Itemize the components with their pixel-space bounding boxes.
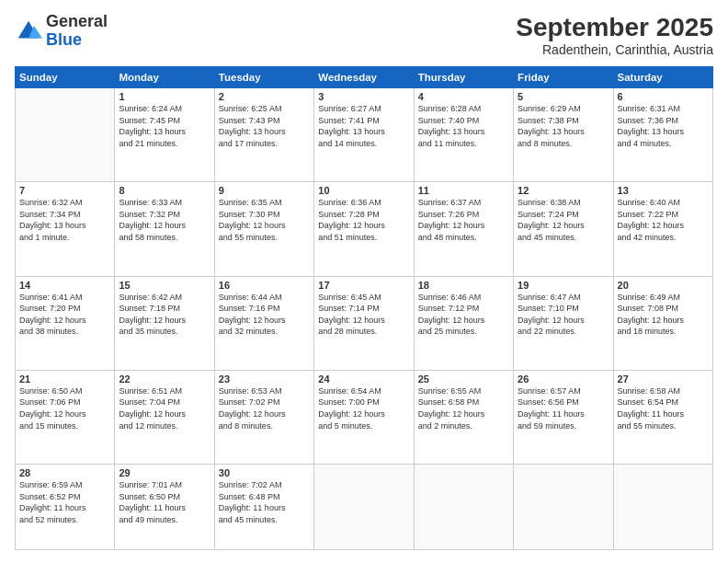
- day-info: Sunrise: 6:47 AM Sunset: 7:10 PM Dayligh…: [518, 292, 609, 338]
- day-info: Sunrise: 6:32 AM Sunset: 7:34 PM Dayligh…: [19, 197, 110, 243]
- day-number: 11: [418, 185, 509, 196]
- day-number: 12: [518, 185, 609, 196]
- calendar-cell: 4Sunrise: 6:28 AM Sunset: 7:40 PM Daylig…: [414, 88, 513, 182]
- calendar-cell: 27Sunrise: 6:58 AM Sunset: 6:54 PM Dayli…: [613, 370, 712, 464]
- calendar-cell: [16, 88, 115, 182]
- calendar-cell: 24Sunrise: 6:54 AM Sunset: 7:00 PM Dayli…: [314, 370, 414, 464]
- day-info: Sunrise: 6:40 AM Sunset: 7:22 PM Dayligh…: [618, 197, 709, 243]
- day-number: 21: [19, 373, 110, 385]
- calendar-cell: 6Sunrise: 6:31 AM Sunset: 7:36 PM Daylig…: [613, 88, 712, 182]
- week-row-4: 21Sunrise: 6:50 AM Sunset: 7:06 PM Dayli…: [16, 370, 713, 464]
- day-number: 23: [219, 373, 310, 385]
- calendar-cell: 9Sunrise: 6:35 AM Sunset: 7:30 PM Daylig…: [214, 182, 313, 276]
- weekday-header-tuesday: Tuesday: [214, 67, 313, 88]
- weekday-header-friday: Friday: [514, 67, 613, 88]
- calendar-table: SundayMondayTuesdayWednesdayThursdayFrid…: [15, 66, 713, 550]
- day-info: Sunrise: 6:28 AM Sunset: 7:40 PM Dayligh…: [418, 103, 509, 149]
- day-info: Sunrise: 6:44 AM Sunset: 7:16 PM Dayligh…: [219, 292, 310, 338]
- weekday-header-wednesday: Wednesday: [314, 67, 414, 88]
- day-number: 19: [518, 280, 609, 291]
- day-number: 9: [219, 185, 310, 196]
- calendar-cell: 5Sunrise: 6:29 AM Sunset: 7:38 PM Daylig…: [514, 88, 613, 182]
- calendar-cell: 12Sunrise: 6:38 AM Sunset: 7:24 PM Dayli…: [514, 182, 613, 276]
- week-row-3: 14Sunrise: 6:41 AM Sunset: 7:20 PM Dayli…: [16, 276, 713, 370]
- day-info: Sunrise: 6:51 AM Sunset: 7:04 PM Dayligh…: [119, 385, 210, 431]
- calendar-cell: 13Sunrise: 6:40 AM Sunset: 7:22 PM Dayli…: [613, 182, 712, 276]
- day-number: 15: [119, 280, 210, 291]
- day-number: 22: [119, 373, 210, 385]
- calendar-cell: 18Sunrise: 6:46 AM Sunset: 7:12 PM Dayli…: [414, 276, 513, 370]
- day-number: 6: [618, 91, 709, 102]
- calendar-cell: [314, 465, 414, 550]
- calendar-cell: 30Sunrise: 7:02 AM Sunset: 6:48 PM Dayli…: [214, 465, 313, 550]
- calendar-cell: 3Sunrise: 6:27 AM Sunset: 7:41 PM Daylig…: [314, 88, 414, 182]
- calendar-cell: 28Sunrise: 6:59 AM Sunset: 6:52 PM Dayli…: [16, 465, 115, 550]
- day-number: 7: [19, 185, 110, 196]
- day-number: 10: [318, 185, 409, 196]
- calendar-cell: 16Sunrise: 6:44 AM Sunset: 7:16 PM Dayli…: [214, 276, 313, 370]
- week-row-1: 1Sunrise: 6:24 AM Sunset: 7:45 PM Daylig…: [16, 88, 713, 182]
- calendar-cell: 20Sunrise: 6:49 AM Sunset: 7:08 PM Dayli…: [613, 276, 712, 370]
- weekday-header-sunday: Sunday: [16, 67, 115, 88]
- day-number: 16: [219, 280, 310, 291]
- logo-blue: Blue: [46, 31, 108, 50]
- day-info: Sunrise: 6:45 AM Sunset: 7:14 PM Dayligh…: [318, 292, 409, 338]
- logo-icon: [15, 17, 42, 45]
- day-info: Sunrise: 6:54 AM Sunset: 7:00 PM Dayligh…: [318, 385, 409, 431]
- day-info: Sunrise: 6:55 AM Sunset: 6:58 PM Dayligh…: [418, 385, 509, 431]
- day-info: Sunrise: 6:50 AM Sunset: 7:06 PM Dayligh…: [19, 385, 110, 431]
- calendar-cell: 11Sunrise: 6:37 AM Sunset: 7:26 PM Dayli…: [414, 182, 513, 276]
- day-number: 5: [518, 91, 609, 102]
- day-info: Sunrise: 6:24 AM Sunset: 7:45 PM Dayligh…: [119, 103, 210, 149]
- calendar-cell: 17Sunrise: 6:45 AM Sunset: 7:14 PM Dayli…: [314, 276, 414, 370]
- title-block: September 2025 Radenthein, Carinthia, Au…: [516, 13, 713, 57]
- calendar-cell: 8Sunrise: 6:33 AM Sunset: 7:32 PM Daylig…: [115, 182, 214, 276]
- calendar-cell: 29Sunrise: 7:01 AM Sunset: 6:50 PM Dayli…: [115, 465, 214, 550]
- day-number: 29: [119, 467, 210, 478]
- header: General Blue September 2025 Radenthein, …: [15, 13, 713, 57]
- day-info: Sunrise: 6:33 AM Sunset: 7:32 PM Dayligh…: [119, 197, 210, 243]
- calendar-cell: [613, 465, 712, 550]
- day-info: Sunrise: 6:42 AM Sunset: 7:18 PM Dayligh…: [119, 292, 210, 338]
- week-row-5: 28Sunrise: 6:59 AM Sunset: 6:52 PM Dayli…: [16, 465, 713, 550]
- day-number: 8: [119, 185, 210, 196]
- calendar-cell: 15Sunrise: 6:42 AM Sunset: 7:18 PM Dayli…: [115, 276, 214, 370]
- day-number: 26: [518, 373, 609, 385]
- day-number: 13: [618, 185, 709, 196]
- day-info: Sunrise: 6:46 AM Sunset: 7:12 PM Dayligh…: [418, 292, 509, 338]
- day-info: Sunrise: 6:41 AM Sunset: 7:20 PM Dayligh…: [19, 292, 110, 338]
- day-info: Sunrise: 6:31 AM Sunset: 7:36 PM Dayligh…: [618, 103, 709, 149]
- day-info: Sunrise: 6:35 AM Sunset: 7:30 PM Dayligh…: [219, 197, 310, 243]
- day-info: Sunrise: 6:38 AM Sunset: 7:24 PM Dayligh…: [518, 197, 609, 243]
- calendar-cell: 7Sunrise: 6:32 AM Sunset: 7:34 PM Daylig…: [16, 182, 115, 276]
- day-info: Sunrise: 6:49 AM Sunset: 7:08 PM Dayligh…: [618, 292, 709, 338]
- calendar-title: September 2025: [516, 13, 713, 42]
- calendar-cell: [414, 465, 513, 550]
- calendar-cell: 23Sunrise: 6:53 AM Sunset: 7:02 PM Dayli…: [214, 370, 313, 464]
- day-info: Sunrise: 6:36 AM Sunset: 7:28 PM Dayligh…: [318, 197, 409, 243]
- day-number: 17: [318, 280, 409, 291]
- page: General Blue September 2025 Radenthein, …: [0, 0, 728, 563]
- calendar-cell: 22Sunrise: 6:51 AM Sunset: 7:04 PM Dayli…: [115, 370, 214, 464]
- logo: General Blue: [15, 13, 108, 50]
- weekday-header-thursday: Thursday: [414, 67, 513, 88]
- day-info: Sunrise: 6:27 AM Sunset: 7:41 PM Dayligh…: [318, 103, 409, 149]
- weekday-header-row: SundayMondayTuesdayWednesdayThursdayFrid…: [16, 67, 713, 88]
- calendar-cell: 19Sunrise: 6:47 AM Sunset: 7:10 PM Dayli…: [514, 276, 613, 370]
- day-info: Sunrise: 6:25 AM Sunset: 7:43 PM Dayligh…: [219, 103, 310, 149]
- day-number: 18: [418, 280, 509, 291]
- calendar-cell: 14Sunrise: 6:41 AM Sunset: 7:20 PM Dayli…: [16, 276, 115, 370]
- day-info: Sunrise: 6:57 AM Sunset: 6:56 PM Dayligh…: [518, 385, 609, 431]
- day-number: 14: [19, 280, 110, 291]
- calendar-cell: [514, 465, 613, 550]
- day-number: 30: [219, 467, 310, 478]
- day-info: Sunrise: 6:59 AM Sunset: 6:52 PM Dayligh…: [19, 479, 110, 525]
- calendar-cell: 10Sunrise: 6:36 AM Sunset: 7:28 PM Dayli…: [314, 182, 414, 276]
- calendar-cell: 1Sunrise: 6:24 AM Sunset: 7:45 PM Daylig…: [115, 88, 214, 182]
- weekday-header-saturday: Saturday: [613, 67, 712, 88]
- calendar-cell: 2Sunrise: 6:25 AM Sunset: 7:43 PM Daylig…: [214, 88, 313, 182]
- day-info: Sunrise: 6:53 AM Sunset: 7:02 PM Dayligh…: [219, 385, 310, 431]
- calendar-cell: 26Sunrise: 6:57 AM Sunset: 6:56 PM Dayli…: [514, 370, 613, 464]
- day-info: Sunrise: 7:02 AM Sunset: 6:48 PM Dayligh…: [219, 479, 310, 525]
- day-number: 25: [418, 373, 509, 385]
